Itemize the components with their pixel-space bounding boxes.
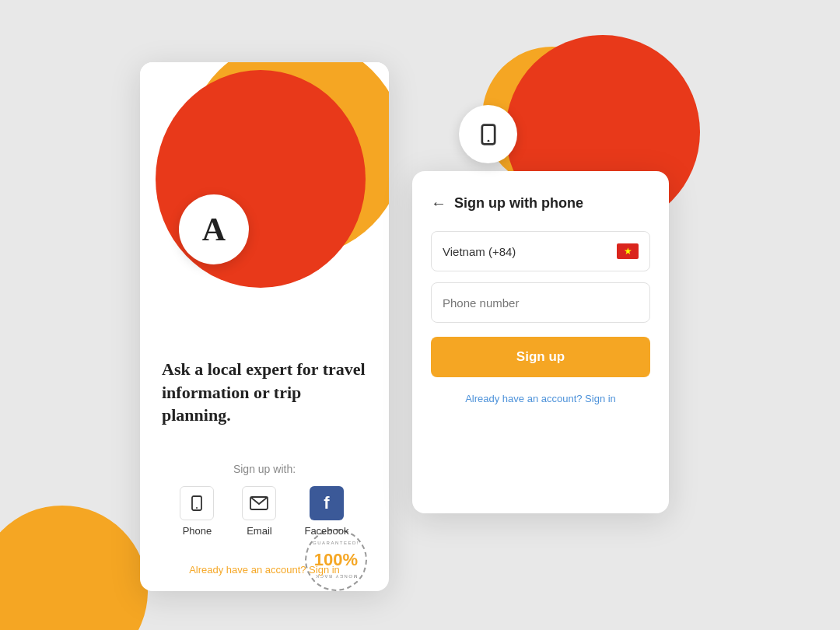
facebook-icon: f bbox=[324, 493, 329, 513]
signup-method-email[interactable]: Email bbox=[228, 486, 290, 537]
phone-method-label: Phone bbox=[183, 525, 212, 537]
phone-icon-box bbox=[180, 486, 214, 520]
signup-method-facebook[interactable]: f Facebook bbox=[290, 486, 362, 537]
phone-icon bbox=[188, 495, 205, 512]
svg-point-1 bbox=[196, 507, 198, 509]
back-arrow-button[interactable]: ← bbox=[431, 194, 446, 212]
facebook-method-label: Facebook bbox=[304, 525, 348, 537]
right-card-wrapper: ← Sign up with phone Vietnam (+84) ★ Sig… bbox=[412, 47, 700, 560]
left-card-body: Ask a local expert for travel informatio… bbox=[140, 296, 389, 464]
left-card-bg-red bbox=[156, 70, 366, 288]
signup-method-phone[interactable]: Phone bbox=[166, 486, 228, 537]
country-name: Vietnam (+84) bbox=[443, 245, 516, 258]
bg-circle-yellow bbox=[0, 506, 148, 630]
badge-circle: 100% GUARANTEED! MONEY BACK bbox=[305, 529, 367, 591]
phone-number-input[interactable] bbox=[431, 282, 650, 323]
svg-point-4 bbox=[487, 139, 489, 142]
country-select[interactable]: Vietnam (+84) ★ bbox=[431, 231, 650, 271]
signup-methods: Phone Email f Facebook bbox=[140, 486, 389, 537]
signup-with-section: Sign up with: Phone bbox=[140, 463, 389, 537]
email-method-label: Email bbox=[247, 525, 272, 537]
phone-device-icon bbox=[477, 123, 500, 146]
right-card-already-account[interactable]: Already have an account? Sign in bbox=[431, 393, 650, 404]
left-card-already-account[interactable]: Already have an account? Sign in bbox=[140, 564, 389, 576]
back-row: ← Sign up with phone bbox=[431, 194, 650, 212]
left-card-header: A bbox=[140, 62, 389, 296]
left-card-tagline: Ask a local expert for travel informatio… bbox=[162, 358, 367, 427]
facebook-icon-box: f bbox=[310, 486, 344, 520]
right-card-title: Sign up with phone bbox=[454, 195, 583, 212]
signup-button[interactable]: Sign up bbox=[431, 337, 650, 377]
email-icon bbox=[250, 496, 268, 510]
right-card-body: ← Sign up with phone Vietnam (+84) ★ Sig… bbox=[412, 171, 669, 423]
right-card: ← Sign up with phone Vietnam (+84) ★ Sig… bbox=[412, 171, 669, 513]
logo-letter: A bbox=[202, 211, 226, 248]
badge-top-text: GUARANTEED! bbox=[313, 541, 359, 545]
flag-star: ★ bbox=[624, 246, 632, 257]
right-card-phone-icon bbox=[459, 105, 517, 163]
email-icon-box bbox=[242, 486, 276, 520]
left-card-logo: A bbox=[179, 194, 249, 264]
left-card: A Ask a local expert for travel informat… bbox=[140, 62, 389, 591]
signup-with-label: Sign up with: bbox=[140, 463, 389, 475]
money-back-badge: 100% GUARANTEED! MONEY BACK bbox=[305, 529, 367, 591]
country-flag: ★ bbox=[617, 243, 639, 259]
